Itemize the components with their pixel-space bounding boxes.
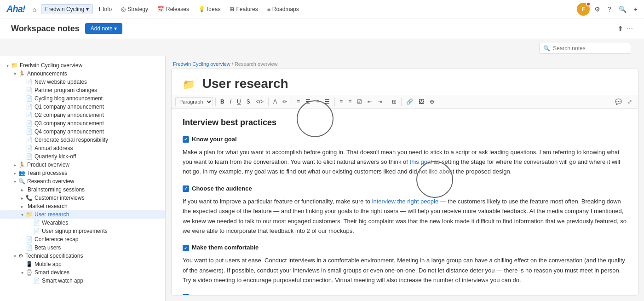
- sidebar-item-quarterly-kick-off[interactable]: 📄 Quarterly kick-off: [0, 152, 165, 161]
- doc-icon: 📄: [26, 104, 33, 110]
- doc-icon: 📄: [33, 228, 40, 234]
- sidebar-item-annual-address[interactable]: 📄 Annual address: [0, 144, 165, 152]
- highlight-button[interactable]: ✏: [280, 98, 289, 106]
- add-button[interactable]: +: [631, 4, 640, 15]
- nav-ideas[interactable]: 💡 Ideas: [195, 4, 224, 14]
- nav-info[interactable]: ℹ Info: [95, 4, 115, 14]
- toggle-icon: ▾: [11, 179, 18, 184]
- search-icon: 🔍: [543, 45, 550, 52]
- folder-icon-title: 📁: [183, 79, 195, 90]
- sidebar-item-customer-interviews[interactable]: ▸ 📞 Customer interviews: [0, 194, 165, 202]
- checklist-button[interactable]: ☑: [355, 98, 364, 106]
- justify-button[interactable]: ☰: [322, 98, 332, 106]
- subsection-title: Know your goal: [192, 135, 237, 145]
- sidebar-item-smart-devices[interactable]: ▾ ⌚ Smart devices: [0, 268, 165, 277]
- comment-button[interactable]: 💬: [613, 98, 624, 106]
- doc-icon: 📄: [26, 244, 33, 251]
- sidebar-item-brainstorming-sessions[interactable]: ▸ Brainstorming sessions: [0, 185, 165, 194]
- settings-button[interactable]: ⚙: [592, 4, 603, 15]
- sidebar-item-user-signup-improvements[interactable]: 📄 User signup improvements: [0, 227, 165, 235]
- sidebar-label: Q3 company announcement: [34, 120, 104, 127]
- nav-info-label: Info: [103, 6, 112, 12]
- sidebar-item-wearables[interactable]: 📄 Wearables: [0, 219, 165, 227]
- toolbar-separator: [334, 98, 335, 106]
- sidebar-item-fredwin-overview[interactable]: ▾ 📁 Fredwin Cycling overview: [0, 61, 165, 69]
- sidebar-item-q1-company-announcement[interactable]: 📄 Q1 company announcement: [0, 103, 165, 111]
- bold-button[interactable]: B: [218, 98, 227, 106]
- workspace-dropdown[interactable]: Fredwin Cycling ▾: [41, 4, 93, 14]
- sidebar-item-partner-program-changes[interactable]: 📄 Partner program changes: [0, 86, 165, 94]
- paragraph-style-dropdown[interactable]: Paragraph Heading 1 Heading 2: [175, 97, 213, 106]
- underline-button[interactable]: U: [235, 98, 243, 106]
- nav-strategy[interactable]: ◎ Strategy: [117, 4, 152, 14]
- help-button[interactable]: ?: [605, 4, 614, 15]
- search-input[interactable]: [553, 45, 627, 52]
- insert-button[interactable]: ⊕: [427, 98, 437, 106]
- more-options-button[interactable]: ···: [627, 24, 633, 33]
- product-icon: 🏃: [18, 162, 25, 168]
- sidebar-item-cycling-blog-announcement[interactable]: 📄 Cycling blog announcement: [0, 94, 165, 103]
- nav-roadmaps[interactable]: ≡ Roadmaps: [264, 4, 303, 14]
- sidebar-item-q3-company-announcement[interactable]: 📄 Q3 company announcement: [0, 119, 165, 127]
- sidebar-item-q2-company-announcement[interactable]: 📄 Q2 company announcement: [0, 111, 165, 119]
- table-button[interactable]: ⊞: [390, 98, 399, 106]
- sidebar-item-research-overview[interactable]: ▾ 🔍 Research overview: [0, 177, 165, 185]
- align-left-button[interactable]: ≡: [294, 98, 302, 106]
- toggle-icon: ▾: [18, 212, 26, 217]
- sidebar-item-new-website-updates[interactable]: 📄 New website updates: [0, 78, 165, 86]
- nav-features[interactable]: ⊞ Features: [226, 4, 261, 14]
- bullet-list-button[interactable]: ≡: [337, 98, 345, 106]
- strikethrough-button[interactable]: S: [244, 98, 253, 106]
- sidebar-item-product-overview[interactable]: ▸ 🏃 Product overview: [0, 161, 165, 169]
- toggle-icon: ▸: [18, 187, 26, 192]
- watch-icon: ⌚: [26, 269, 33, 276]
- checkbox-icon: ✓: [183, 185, 189, 192]
- add-note-button[interactable]: Add note ▾: [85, 23, 122, 34]
- align-right-button[interactable]: ≡: [314, 98, 322, 106]
- sidebar-item-market-research[interactable]: ▸ Market research: [0, 202, 165, 210]
- doc-icon: 📄: [33, 278, 40, 284]
- expand-button[interactable]: ⤢: [625, 98, 634, 106]
- info-icon: ℹ: [98, 6, 101, 12]
- nav-releases[interactable]: 📅 Releases: [154, 4, 193, 14]
- indent-button[interactable]: ⇥: [375, 98, 385, 106]
- outdent-button[interactable]: ⇤: [365, 98, 374, 106]
- link-this-goal[interactable]: this goal: [410, 158, 432, 165]
- search-button[interactable]: 🔍: [616, 4, 629, 15]
- doc-icon: 📄: [26, 79, 33, 85]
- image-button[interactable]: 🖼: [416, 98, 426, 106]
- sidebar-label: Team processes: [27, 170, 67, 176]
- editor-body[interactable]: Interview best practices ✓ Know your goa…: [172, 109, 638, 295]
- sidebar-item-q4-company-announcement[interactable]: 📄 Q4 company announcement: [0, 127, 165, 136]
- doc-icon: 📄: [26, 112, 33, 118]
- sidebar-item-beta-users[interactable]: 📄 Beta users: [0, 243, 165, 252]
- roadmaps-icon: ≡: [267, 6, 270, 12]
- code-button[interactable]: </>: [253, 98, 266, 106]
- sidebar-item-smart-watch-app[interactable]: 📄 Smart watch app: [0, 277, 165, 285]
- home-button[interactable]: ⌂: [29, 4, 39, 15]
- sidebar-item-team-processes[interactable]: ▸ 👥 Team processes: [0, 169, 165, 177]
- editor-toolbar: Paragraph Heading 1 Heading 2 B I U S </…: [172, 95, 638, 109]
- sidebar-item-conference-recap[interactable]: 📄 Conference recap: [0, 235, 165, 243]
- link-interview-right-people[interactable]: interview the right people: [372, 198, 439, 205]
- sidebar-item-corporate-social-responsibility[interactable]: 📄 Corporate social responsibility: [0, 136, 165, 144]
- share-button[interactable]: ⬆: [617, 24, 623, 33]
- link-button[interactable]: 🔗: [404, 98, 415, 106]
- logo-button[interactable]: Aha!: [4, 4, 28, 14]
- sidebar-item-announcements[interactable]: ▾ 🏃 Announcements: [0, 69, 165, 78]
- sidebar-item-user-research[interactable]: ▾ 📁 User research: [0, 210, 165, 219]
- avatar[interactable]: F: [577, 3, 590, 16]
- folder-icon: 📁: [26, 211, 33, 218]
- sidebar-item-mobile-app[interactable]: 📱 Mobile app: [0, 260, 165, 268]
- toolbar-separator: [387, 98, 387, 106]
- text-color-button[interactable]: A: [271, 98, 279, 106]
- sidebar-label: Beta users: [34, 244, 61, 251]
- breadcrumb-link-1[interactable]: Fredwin Cycling overview: [173, 61, 230, 67]
- doc-icon: 📄: [26, 95, 33, 102]
- align-center-button[interactable]: ☰: [303, 98, 313, 106]
- numbered-list-button[interactable]: ≡: [346, 98, 354, 106]
- sidebar-item-technical-specifications[interactable]: ▾ ⚙ Technical specifications: [0, 252, 165, 260]
- checkbox-icon: ✓: [183, 136, 189, 143]
- italic-button[interactable]: I: [228, 98, 234, 106]
- sidebar-label: New website updates: [34, 79, 87, 85]
